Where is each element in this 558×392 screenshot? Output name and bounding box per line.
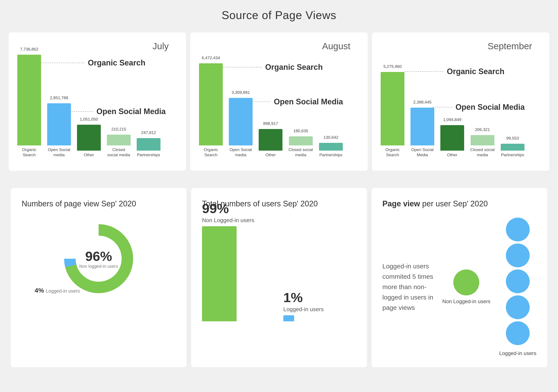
bar-chart-september: 5,275,960 OrganicSearch 2,388,445 Open S…	[381, 45, 541, 158]
annotation-organic-july: Organic Search	[88, 58, 145, 68]
bar-closed-social-september: 206,321 Closed socialmedia	[470, 135, 495, 158]
bar-closed-social-july: 210,215 Closedsocial media	[107, 135, 131, 158]
annotation-social-september: Open Social Media	[455, 103, 525, 112]
donut-big-label: Non logged-in users	[79, 264, 118, 269]
bar-other-september: 1,094,849 Other	[440, 125, 464, 158]
small-pct-label: 4% Logged-in users	[35, 287, 176, 294]
bar2-group-1: 1% Logged-in users	[283, 290, 356, 321]
bubble-description: Logged-in users commited 5 times more th…	[382, 261, 434, 313]
donut-title: Numbers of page view Sep' 2020	[22, 199, 176, 209]
chart-september: September 5,275,960 OrganicSearch 2,388,…	[372, 32, 549, 171]
bar-partnerships-september: 99,553 Partnerships	[501, 144, 524, 158]
donut-big-pct: 96%	[79, 248, 118, 264]
annotation-social-july: Open Social Media	[96, 107, 166, 116]
bar-partnerships-july: 247,812 Partnerships	[137, 138, 160, 158]
bar-open-social-august: 3,309,881 Open Socialmedia	[229, 98, 253, 158]
chart-july: July 7,736,862 OrganicSearch 2,851,788 O…	[9, 32, 186, 171]
bottom-section: Numbers of page view Sep' 2020 96% Non l…	[9, 188, 549, 367]
bar2-group-99: 99% Non Logged-in users	[202, 201, 275, 321]
bubble-area: Logged-in users commited 5 times more th…	[382, 218, 536, 356]
annotation-social-august: Open Social Media	[274, 97, 343, 106]
bubble-logged: Logged-in users	[499, 218, 536, 356]
bar-closed-social-august: 180,635 Closed socialmedia	[288, 136, 313, 158]
bar-other-july: 1,051,050 Other	[77, 125, 101, 158]
bar-chart-august: 6,472,434 OrganicSearch 3,309,881 Open S…	[199, 45, 359, 158]
chart-august: August 6,472,434 OrganicSearch 3,309,881…	[190, 32, 368, 171]
bar-organic-search-july: 7,736,862 OrganicSearch	[17, 55, 41, 158]
bar2-area: 99% Non Logged-in users 1% Logged-in use…	[202, 218, 356, 321]
bar-chart-july: 7,736,862 OrganicSearch 2,851,788 Open S…	[17, 45, 177, 158]
bar-open-social-september: 2,388,445 Open SocialMedia	[410, 108, 434, 158]
bar-organic-september: 5,275,960 OrganicSearch	[381, 72, 404, 158]
bubble-panel: Page view per user Sep' 2020 Logged-in u…	[372, 188, 547, 367]
donut-chart-panel: Numbers of page view Sep' 2020 96% Non l…	[11, 188, 186, 367]
bar-open-social-july: 2,851,788 Open Socialmedia	[47, 103, 71, 158]
annotation-organic-august: Organic Search	[265, 63, 323, 72]
bubble-non-logged: Non Logged-in users	[442, 270, 490, 305]
bar-organic-august: 6,472,434 OrganicSearch	[199, 63, 223, 158]
bar-other-august: 898,917 Other	[259, 129, 282, 158]
annotation-organic-september: Organic Search	[447, 67, 504, 76]
top-charts-section: July 7,736,862 OrganicSearch 2,851,788 O…	[9, 32, 549, 171]
page-title: Source of Page Views	[9, 9, 549, 22]
bar2-panel: Total numbers of users Sep' 2020 99% Non…	[191, 188, 367, 367]
bubble-title: Page view per user Sep' 2020	[382, 199, 536, 209]
bar-partnerships-august: 130,642 Partnerships	[319, 143, 343, 158]
